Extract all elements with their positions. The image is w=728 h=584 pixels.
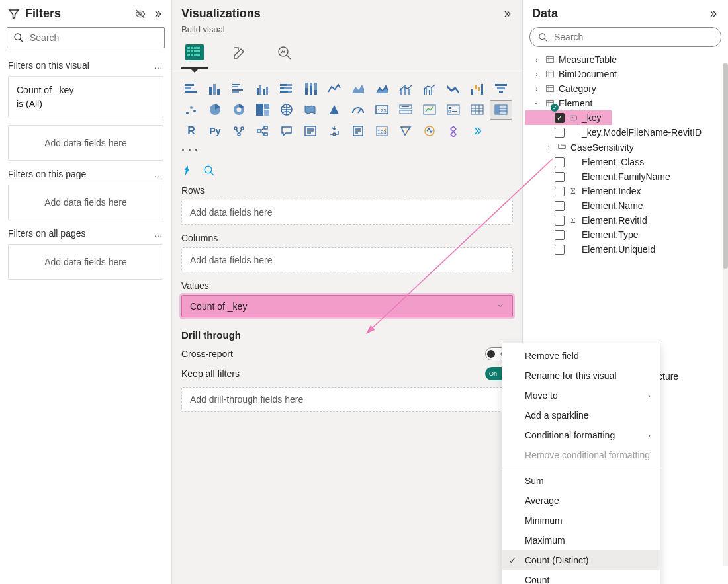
table-row-category[interactable]: › Category [525,81,725,96]
viz-more-icon[interactable]: · · · [172,141,522,160]
viz-matrix-icon[interactable] [490,100,512,120]
collapse-icon[interactable] [501,8,513,20]
checkbox[interactable] [555,187,565,196]
viz-get-more-icon[interactable] [466,121,488,141]
data-search-input[interactable] [554,32,714,42]
checkbox[interactable] [555,128,565,138]
viz-stacked-area-icon[interactable] [371,79,393,99]
viz-r-icon[interactable]: R [180,121,203,141]
field-row-key[interactable]: ✓ _key [525,110,612,125]
viz-line-stacked-column-icon[interactable] [394,79,417,99]
chevron-down-icon[interactable] [496,301,504,312]
viz-azure-map-icon[interactable] [323,100,345,120]
viz-table-icon[interactable] [466,100,488,120]
viz-arcgis-icon[interactable] [418,121,441,141]
eye-off-icon[interactable] [134,8,146,20]
tab-build-visual[interactable] [181,40,208,69]
checkbox[interactable] [555,216,565,226]
viz-waterfall-icon[interactable] [466,79,488,99]
viz-map-icon[interactable] [275,100,298,120]
columns-well-dropzone[interactable]: Add data fields here [181,247,513,272]
search-icon[interactable] [203,164,216,177]
checkbox[interactable] [555,245,565,255]
menu-count[interactable]: Count [502,570,660,584]
more-icon[interactable]: … [154,60,163,71]
field-row-type[interactable]: Element.Type [525,228,725,242]
table-row-measuretable[interactable]: › MeasureTable [525,52,725,67]
viz-area-icon[interactable] [347,79,369,99]
viz-power-automate-icon[interactable] [394,121,417,141]
cross-highlight-icon[interactable] [181,164,195,177]
viz-power-apps-icon[interactable]: 123 [371,121,393,141]
rows-well-dropzone[interactable]: Add data fields here [181,200,513,225]
scrollbar-thumb[interactable] [723,63,728,269]
menu-move-to[interactable]: Move to› [502,386,660,405]
viz-treemap-icon[interactable] [251,100,274,120]
menu-maximum[interactable]: Maximum [502,530,660,550]
scrollbar[interactable] [723,63,728,566]
viz-clustered-column-icon[interactable] [251,79,274,99]
field-row-name[interactable]: Element.Name [525,198,725,213]
checkbox[interactable] [555,201,565,211]
viz-card-icon[interactable]: 123 [371,100,393,120]
field-row-family[interactable]: Element.FamilyName [525,169,725,184]
filter-visual-dropzone[interactable]: Add data fields here [8,125,163,161]
more-icon[interactable]: … [154,169,163,179]
data-search[interactable] [529,27,721,47]
menu-remove-field[interactable]: Remove field [502,346,660,366]
viz-python-icon[interactable]: Py [204,121,226,141]
folder-row-case[interactable]: › CaseSensitivity [525,140,725,155]
menu-count-distinct[interactable]: ✓Count (Distinct) [502,550,660,570]
filter-page-dropzone[interactable]: Add data fields here [8,185,163,220]
filters-search[interactable] [7,27,165,48]
field-row-revit[interactable]: Σ Element.RevitId [525,213,725,228]
viz-paginated-report-icon[interactable] [347,121,369,141]
viz-ribbon-icon[interactable] [442,79,465,99]
viz-pie-icon[interactable] [204,100,226,120]
menu-average[interactable]: Average [502,491,660,511]
filters-search-input[interactable] [30,32,159,43]
viz-custom-visual-icon[interactable] [442,121,465,141]
checkbox[interactable] [555,157,565,167]
viz-decomposition-icon[interactable] [251,121,274,141]
menu-conditional-formatting[interactable]: Conditional formatting› [502,425,660,445]
filter-all-dropzone[interactable]: Add data fields here [8,244,163,280]
viz-line-icon[interactable] [323,79,345,99]
viz-100-stacked-column-icon[interactable] [299,79,322,99]
viz-scatter-icon[interactable] [180,100,203,120]
viz-multirow-card-icon[interactable] [394,100,417,120]
collapse-icon[interactable] [707,8,719,20]
viz-qa-icon[interactable] [275,121,298,141]
checkbox[interactable] [555,172,565,182]
viz-gauge-icon[interactable] [347,100,369,120]
tab-format-visual[interactable] [226,40,253,69]
menu-add-sparkline[interactable]: Add a sparkline [502,405,660,425]
viz-stacked-bar-icon[interactable] [180,79,203,99]
viz-donut-icon[interactable] [228,100,250,120]
viz-smart-narrative-icon[interactable] [299,121,322,141]
viz-kpi-icon[interactable] [418,100,441,120]
checkbox[interactable] [555,230,565,240]
filter-card-key[interactable]: Count of _key is (All) [8,76,163,118]
field-row-index[interactable]: Σ Element.Index [525,184,725,198]
tab-analytics[interactable] [271,40,298,69]
viz-filled-map-icon[interactable] [299,100,322,120]
table-row-bimdocument[interactable]: › BimDocument [525,67,725,81]
menu-sum[interactable]: Sum [502,471,660,491]
viz-stacked-column-icon[interactable] [204,79,226,99]
viz-goals-icon[interactable] [323,121,345,141]
viz-100-stacked-bar-icon[interactable] [275,79,298,99]
table-row-element[interactable]: › ✓ Element [525,96,725,110]
drill-through-dropzone[interactable]: Add drill-through fields here [181,387,513,412]
field-row-key-model[interactable]: _key.ModelFileName-RevitID [525,125,725,140]
viz-clustered-bar-icon[interactable] [228,79,250,99]
viz-line-clustered-column-icon[interactable] [418,79,441,99]
field-row-class[interactable]: Element_Class [525,155,725,169]
values-field-count-of-key[interactable]: Count of _key [181,295,513,317]
viz-slicer-icon[interactable] [442,100,465,120]
menu-minimum[interactable]: Minimum [502,511,660,530]
viz-key-influencers-icon[interactable] [228,121,250,141]
collapse-icon[interactable] [152,8,163,20]
more-icon[interactable]: … [154,228,163,239]
viz-funnel-icon[interactable] [490,79,512,99]
